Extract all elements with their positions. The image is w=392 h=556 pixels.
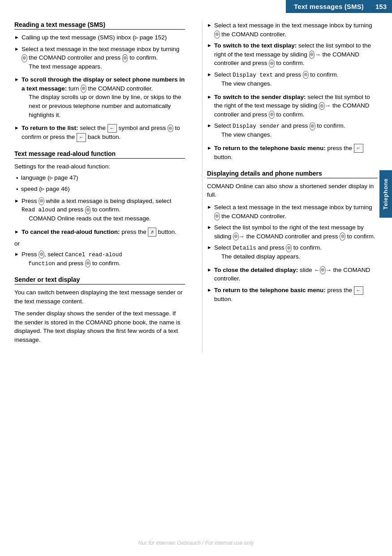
list-item: ► Calling up the text message (SMS) inbo… <box>14 33 185 42</box>
arrow-icon: ► <box>14 125 19 132</box>
section-intro: COMAND Online can also show a shortened … <box>207 182 378 199</box>
item-text: To cancel the read-aloud function: press… <box>22 228 185 237</box>
item-text: Press ◎, select Cancel read-aloud functi… <box>22 250 185 268</box>
confirm-icon: ◎ <box>39 197 44 205</box>
or-line: or <box>14 239 185 248</box>
knob-icon: ◎ <box>319 102 325 110</box>
code-text: Display sender <box>233 123 280 129</box>
item-text: Select a text message in the text messag… <box>214 203 378 220</box>
item-text: Select Display sender and press ◎ to con… <box>214 121 378 141</box>
section-sender-heading: Sender or text display <box>14 276 185 284</box>
arrow-icon: ► <box>207 145 212 152</box>
arrow-icon: ► <box>14 228 19 236</box>
arrow-icon: ► <box>207 204 212 211</box>
code-text: Details <box>233 245 256 251</box>
item-text: Select a text message in the text messag… <box>214 21 378 39</box>
confirm-icon: ◎ <box>269 111 275 119</box>
section-details: Displaying details and phone numbers COM… <box>207 170 378 304</box>
confirm-icon: ◎ <box>269 60 275 68</box>
confirm-icon: ◎ <box>85 206 91 214</box>
right-column: ► Select a text message in the text mess… <box>202 21 378 352</box>
list-item: ► Select a text message in the text mess… <box>14 45 185 73</box>
list-item: ► Press ◎ while a text message is being … <box>14 197 185 225</box>
code-text: Read aloud <box>22 207 55 213</box>
knob-icon: ◎ <box>320 266 326 274</box>
dot-text: language (▹ page 47) <box>21 173 78 182</box>
knob-icon: ◎ <box>214 30 220 39</box>
arrow-icon: ► <box>207 287 212 294</box>
confirm-icon: ◎ <box>85 259 91 267</box>
item-text: To return to the list: select the ← symb… <box>22 124 185 142</box>
arrow-icon: ► <box>207 122 212 129</box>
section-sender-display: Sender or text display You can switch be… <box>14 276 185 344</box>
item-text: Press ◎ while a text message is being di… <box>22 197 185 225</box>
bold-phrase: To switch to the sender display: <box>214 94 306 100</box>
dot-item: • language (▹ page 47) <box>16 173 185 183</box>
dot-icon: • <box>16 185 18 194</box>
section-intro: You can switch between displaying the te… <box>14 288 185 306</box>
arrow-icon: ► <box>14 34 19 41</box>
item-text: To return to the telephone basic menu: p… <box>214 286 378 304</box>
indent-text: The detailed display appears. <box>221 252 378 261</box>
section-intro: Settings for the read-aloud function: <box>14 162 185 171</box>
section-body: The sender display shows the sender of t… <box>14 309 185 344</box>
item-text: To switch to the text display: select th… <box>214 41 378 68</box>
arrow-icon: ► <box>14 76 19 83</box>
list-item: ► Select the list symbol to the right of… <box>207 223 378 241</box>
arrow-icon: ► <box>207 244 212 251</box>
header-title-bar: Text messages (SMS) 153 <box>0 0 392 13</box>
arrow-icon: ► <box>14 251 19 258</box>
list-item: ► Select Display sender and press ◎ to c… <box>207 121 378 141</box>
list-item: ► To scroll through the display or selec… <box>14 75 185 121</box>
dot-item: • speed (▹ page 46) <box>16 185 185 194</box>
item-text: Select the list symbol to the right of t… <box>214 223 378 241</box>
arrow-icon: ► <box>14 198 19 205</box>
confirm-icon: ◎ <box>122 54 128 62</box>
item-text: Calling up the text message (SMS) inbox … <box>22 33 185 42</box>
aloud-icon: ♬ <box>148 228 156 237</box>
bold-phrase: To return to the telephone basic menu: <box>214 287 326 293</box>
indent-text: The text message appears. <box>29 62 185 71</box>
knob-icon: ◎ <box>233 233 239 241</box>
indent-text: COMAND Online reads out the text message… <box>29 214 185 223</box>
dot-text: speed (▹ page 46) <box>21 185 70 194</box>
section-sender-items: ► Select a text message in the text mess… <box>207 21 378 162</box>
arrow-icon: ► <box>14 46 19 53</box>
back-icon: ← <box>77 133 86 142</box>
knob-icon: ◎ <box>214 212 220 220</box>
item-text: To switch to the sender display: select … <box>214 93 378 119</box>
main-content: Reading a text message (SMS) ► Calling u… <box>0 13 392 360</box>
page-title: Text messages (SMS) <box>286 0 370 13</box>
list-item: ► Select a text message in the text mess… <box>207 203 378 220</box>
list-item: ► To cancel the read-aloud function: pre… <box>14 228 185 237</box>
confirm-icon: ◎ <box>303 71 309 79</box>
indent-text: The view changes. <box>221 130 378 139</box>
arrow-icon: ► <box>207 42 212 49</box>
list-item: ► To close the detailed display: slide ←… <box>207 266 378 283</box>
item-text: To scroll through the display or select … <box>22 75 185 121</box>
dot-icon: • <box>16 174 18 183</box>
list-item: ► Press ◎, select Cancel read-aloud func… <box>14 250 185 268</box>
arrow-icon: ► <box>207 224 212 231</box>
section-readaloud: Text message read-aloud function Setting… <box>14 150 185 268</box>
knob-icon: ◎ <box>81 85 86 93</box>
bold-phrase: To scroll through the display or select … <box>22 76 185 92</box>
confirm-icon: ◎ <box>39 250 44 259</box>
list-item: ► To switch to the sender display: selec… <box>207 93 378 119</box>
section-readaloud-heading: Text message read-aloud function <box>14 150 185 159</box>
code-text: Cancel read-aloud function <box>22 252 122 267</box>
code-text: Display text <box>233 72 273 78</box>
list-item: ► To return to the telephone basic menu:… <box>207 286 378 304</box>
knob-icon: ◎ <box>309 51 315 59</box>
indent-text: The display scrolls up or down line by l… <box>29 93 185 119</box>
knob-icon: ◎ <box>22 54 27 62</box>
item-text: To return to the telephone basic menu: p… <box>214 144 378 162</box>
arrow-icon: ► <box>207 71 212 78</box>
item-text: To close the detailed display: slide ←◎→… <box>214 266 378 283</box>
arrow-icon: ► <box>207 94 212 101</box>
list-item: ► To switch to the text display: select … <box>207 41 378 68</box>
section-details-heading: Displaying details and phone numbers <box>207 170 378 178</box>
arrow-icon: ► <box>207 267 212 274</box>
section-reading-heading: Reading a text message (SMS) <box>14 21 185 30</box>
left-column: Reading a text message (SMS) ► Calling u… <box>14 21 190 352</box>
